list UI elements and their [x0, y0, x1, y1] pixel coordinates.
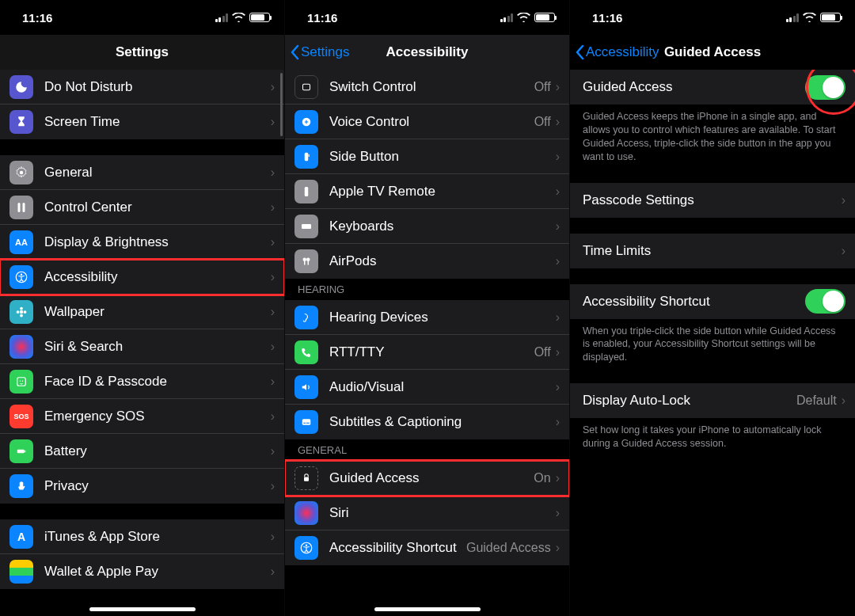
row-label: Display & Brightness: [44, 234, 271, 250]
svg-point-11: [20, 380, 21, 382]
status-time: 11:16: [592, 11, 622, 25]
chevron-right-icon: ›: [556, 310, 560, 325]
row-do-not-disturb[interactable]: Do Not Disturb ›: [0, 70, 284, 105]
row-time-limits[interactable]: Time Limits ›: [570, 234, 855, 268]
navbar: Accessibility Guided Access: [570, 35, 855, 70]
chevron-right-icon: ›: [842, 244, 846, 258]
chevron-right-icon: ›: [556, 541, 560, 555]
row-label: Passcode Settings: [583, 192, 842, 208]
svg-point-7: [20, 314, 23, 317]
page-title: Accessibility: [386, 44, 469, 60]
svg-rect-26: [303, 423, 306, 424]
svg-point-0: [20, 170, 24, 174]
back-button[interactable]: Settings: [290, 35, 349, 70]
row-accessibility-shortcut[interactable]: Accessibility Shortcut Guided Access ›: [285, 530, 569, 565]
chevron-right-icon: ›: [556, 150, 560, 164]
chevron-right-icon: ›: [271, 409, 275, 424]
row-value: Off: [534, 115, 551, 129]
status-bar: 11:16: [285, 0, 569, 35]
status-bar: 11:16: [570, 0, 855, 35]
scroll-thumb[interactable]: [280, 73, 283, 136]
speaker-icon: [294, 375, 318, 399]
text-size-icon: AA: [10, 230, 33, 254]
svg-rect-2: [23, 203, 25, 212]
navbar: Settings: [0, 35, 284, 70]
row-hearing-devices[interactable]: Hearing Devices ›: [285, 300, 569, 335]
row-apple-tv-remote[interactable]: Apple TV Remote ›: [285, 174, 569, 209]
guided-access-icon: [294, 466, 318, 490]
chevron-right-icon: ›: [556, 219, 560, 234]
row-label: Siri & Search: [44, 339, 271, 355]
guided-access-switch[interactable]: [805, 75, 846, 100]
row-emergency-sos[interactable]: SOS Emergency SOS ›: [0, 399, 284, 434]
chevron-right-icon: ›: [556, 184, 560, 199]
svg-rect-24: [308, 260, 310, 264]
row-passcode-settings[interactable]: Passcode Settings ›: [570, 183, 855, 218]
siri-icon: [10, 335, 33, 359]
row-accessibility[interactable]: Accessibility ›: [0, 260, 284, 295]
row-display-auto-lock[interactable]: Display Auto-Lock Default ›: [570, 383, 855, 418]
row-rtt-tty[interactable]: RTT/TTY Off ›: [285, 335, 569, 370]
guided-access-pane: 11:16 Accessibility Guided Access Guided…: [570, 0, 855, 616]
appstore-icon: A: [10, 525, 33, 549]
navbar: Settings Accessibility: [285, 35, 569, 70]
accessibility-content[interactable]: Switch Control Off › Voice Control Off ›…: [285, 70, 569, 616]
chevron-right-icon: ›: [556, 80, 560, 94]
row-siri[interactable]: Siri ›: [285, 496, 569, 530]
row-label: Face ID & Passcode: [44, 374, 271, 390]
row-label: Accessibility Shortcut: [583, 294, 805, 310]
hand-icon: [10, 474, 33, 498]
guided-access-content[interactable]: Guided Access Guided Access keeps the iP…: [570, 70, 855, 616]
svg-rect-14: [25, 450, 25, 451]
home-indicator[interactable]: [374, 607, 481, 611]
row-control-center[interactable]: Control Center ›: [0, 190, 284, 225]
row-voice-control[interactable]: Voice Control Off ›: [285, 105, 569, 139]
guided-access-footer: Guided Access keeps the iPhone in a sing…: [570, 105, 855, 167]
row-general[interactable]: General ›: [0, 155, 284, 190]
home-indicator[interactable]: [89, 607, 196, 611]
row-label: Battery: [44, 443, 271, 459]
row-screen-time[interactable]: Screen Time ›: [0, 105, 284, 139]
svg-rect-1: [18, 203, 21, 212]
row-value: Guided Access: [466, 541, 551, 555]
row-side-button[interactable]: Side Button ›: [285, 139, 569, 174]
row-airpods[interactable]: AirPods ›: [285, 244, 569, 279]
row-subtitles-captioning[interactable]: Subtitles & Captioning ›: [285, 405, 569, 439]
row-siri-search[interactable]: Siri & Search ›: [0, 329, 284, 364]
row-battery[interactable]: Battery ›: [0, 434, 284, 469]
status-icons: [500, 13, 556, 22]
row-keyboards[interactable]: Keyboards ›: [285, 209, 569, 244]
row-label: Hearing Devices: [329, 310, 556, 325]
row-label: Emergency SOS: [44, 409, 271, 424]
row-label: Guided Access: [329, 470, 534, 486]
row-label: Accessibility: [44, 269, 271, 285]
chevron-right-icon: ›: [271, 565, 275, 579]
svg-point-30: [306, 544, 307, 546]
row-display-brightness[interactable]: AA Display & Brightness ›: [0, 225, 284, 260]
status-bar: 11:16: [0, 0, 284, 35]
row-privacy[interactable]: Privacy ›: [0, 469, 284, 504]
row-guided-access[interactable]: Guided Access On ›: [285, 461, 569, 496]
row-value: Off: [534, 345, 551, 359]
chevron-right-icon: ›: [271, 340, 275, 354]
row-wallet-apple-pay[interactable]: Wallet & Apple Pay ›: [0, 554, 284, 589]
chevron-right-icon: ›: [556, 506, 560, 520]
svg-point-4: [21, 273, 22, 275]
row-label: AirPods: [329, 253, 556, 269]
chevron-right-icon: ›: [556, 254, 560, 268]
chevron-right-icon: ›: [556, 415, 560, 429]
row-switch-control[interactable]: Switch Control Off ›: [285, 70, 569, 105]
row-label: Wallpaper: [44, 304, 271, 320]
back-label: Accessibility: [586, 44, 659, 60]
cellular-icon: [500, 13, 514, 22]
row-wallpaper[interactable]: Wallpaper ›: [0, 295, 284, 329]
row-audio-visual[interactable]: Audio/Visual ›: [285, 370, 569, 405]
settings-content[interactable]: Do Not Disturb › Screen Time › General ›…: [0, 70, 284, 616]
row-label: Side Button: [329, 149, 556, 165]
svg-rect-25: [302, 419, 311, 425]
row-itunes-app-store[interactable]: A iTunes & App Store ›: [0, 519, 284, 554]
row-face-id-passcode[interactable]: Face ID & Passcode ›: [0, 364, 284, 399]
back-button[interactable]: Accessibility: [575, 35, 659, 70]
row-label: Apple TV Remote: [329, 184, 556, 200]
accessibility-shortcut-switch[interactable]: [805, 289, 846, 314]
